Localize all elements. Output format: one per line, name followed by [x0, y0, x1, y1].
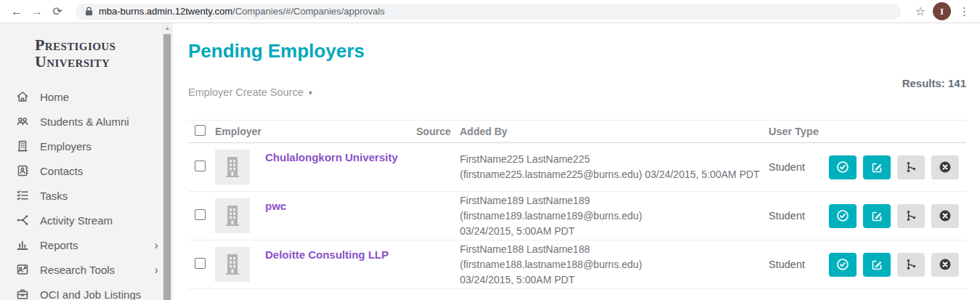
- merge-icon: [904, 160, 918, 174]
- sidebar-item-reports[interactable]: Reports ›: [0, 232, 173, 257]
- column-header-user-type[interactable]: User Type: [764, 126, 827, 137]
- added-by-line-2: (firstname225.lastname225@burns.edu) 03/…: [460, 167, 764, 182]
- table-header-row: Employer Source Added By User Type: [188, 120, 966, 143]
- edit-icon: [870, 257, 884, 272]
- browser-reload-icon[interactable]: ⟳: [48, 4, 67, 18]
- main-content: Pending Employers Employer Create Source…: [173, 23, 980, 300]
- browser-back-icon[interactable]: ←: [7, 5, 26, 18]
- scroll-up-arrow-icon[interactable]: ▲: [162, 25, 173, 31]
- browser-menu-icon[interactable]: ⋮: [959, 5, 970, 18]
- column-header-employer[interactable]: Employer: [213, 126, 410, 137]
- logo-line-2: University: [35, 54, 173, 70]
- sidebar-scrollbar[interactable]: ▲: [162, 23, 173, 300]
- sidebar: Prestigious University Home Students & A…: [0, 23, 173, 300]
- scrollbar-thumb[interactable]: [163, 34, 171, 300]
- added-by-line-2: 03/24/2015, 5:00AM PDT: [460, 224, 764, 239]
- edit-button[interactable]: [863, 155, 891, 179]
- caret-down-icon: ▾: [309, 89, 312, 97]
- sidebar-item-oci-job-listings[interactable]: OCI and Job Listings: [0, 282, 173, 300]
- building-icon: [15, 139, 30, 153]
- employer-name-link[interactable]: Chulalongkorn University: [265, 151, 398, 163]
- sidebar-item-students-alumni[interactable]: Students & Alumni: [0, 109, 173, 134]
- select-all-checkbox[interactable]: [195, 125, 206, 136]
- bar-chart-icon: [15, 238, 30, 252]
- table-row: Deloitte Consulting LLP FirstName188 Las…: [188, 240, 966, 289]
- row-checkbox[interactable]: [195, 161, 206, 171]
- row-actions: [827, 204, 966, 228]
- approve-button[interactable]: [829, 253, 857, 277]
- added-by-cell: FirstName188 LastName188 (firstname188.l…: [455, 242, 764, 288]
- browser-forward-icon[interactable]: →: [28, 5, 46, 18]
- added-by-line-2: 03/24/2015, 5:00AM PDT: [460, 272, 764, 288]
- row-checkbox[interactable]: [195, 258, 206, 269]
- sidebar-item-tasks[interactable]: Tasks: [0, 183, 173, 208]
- browser-chrome: ← → ⟳ mba-burns.admin.12twenty.com/Compa…: [0, 0, 980, 23]
- bookmark-star-icon[interactable]: ☆: [915, 4, 926, 18]
- employer-name-link[interactable]: Deloitte Consulting LLP: [265, 248, 389, 261]
- edit-icon: [870, 208, 884, 223]
- column-header-added-by[interactable]: Added By: [455, 124, 764, 139]
- row-actions: [827, 155, 966, 179]
- merge-button[interactable]: [897, 204, 925, 228]
- employer-create-source-filter[interactable]: Employer Create Source ▾: [188, 86, 312, 98]
- lock-icon: [85, 7, 93, 16]
- row-checkbox[interactable]: [195, 209, 206, 220]
- added-by-cell: FirstName189 LastName189 (firstname189.l…: [455, 193, 764, 239]
- filter-label: Employer Create Source: [188, 86, 304, 98]
- merge-button[interactable]: [897, 155, 925, 179]
- added-by-line-1: FirstName225 LastName225: [460, 152, 764, 167]
- x-circle-icon: [938, 160, 952, 174]
- university-logo: Prestigious University: [0, 23, 173, 70]
- address-bar[interactable]: mba-burns.admin.12twenty.com/Companies/#…: [76, 4, 901, 20]
- merge-button[interactable]: [897, 253, 925, 277]
- results-count: Results: 141: [902, 77, 966, 89]
- checklist-icon: [15, 188, 30, 203]
- sidebar-item-activity-stream[interactable]: Activity Stream: [0, 208, 173, 232]
- url-text: mba-burns.admin.12twenty.com/Companies/#…: [99, 6, 385, 17]
- row-actions: [827, 253, 966, 277]
- approve-button[interactable]: [829, 204, 857, 228]
- check-circle-icon: [835, 160, 850, 174]
- filter-row: Employer Create Source ▾ Results: 141: [188, 77, 966, 98]
- employer-logo-placeholder: [215, 198, 250, 233]
- briefcase-icon: [15, 287, 30, 300]
- employer-logo-placeholder: [215, 247, 250, 282]
- user-type-cell: Student: [764, 210, 827, 222]
- sidebar-item-home[interactable]: Home: [0, 84, 173, 109]
- column-header-source[interactable]: Source: [410, 126, 455, 137]
- sidebar-item-employers[interactable]: Employers: [0, 134, 173, 158]
- chevron-right-icon: ›: [154, 239, 158, 251]
- people-icon: [15, 114, 30, 129]
- added-by-line-1: FirstName188 LastName188 (firstname188.l…: [460, 242, 764, 272]
- approve-button[interactable]: [829, 155, 857, 179]
- screen: ← → ⟳ mba-burns.admin.12twenty.com/Compa…: [0, 0, 980, 300]
- research-tools-icon: [15, 262, 30, 277]
- url-path: /Companies/#/Companies/approvals: [232, 6, 385, 17]
- home-icon: [15, 89, 30, 104]
- user-type-cell: Student: [764, 259, 827, 270]
- employer-name-link[interactable]: pwc: [265, 200, 286, 212]
- sidebar-nav: Home Students & Alumni Employers Contact…: [0, 84, 173, 300]
- reject-button[interactable]: [931, 155, 959, 179]
- employer-logo-placeholder: [215, 150, 250, 185]
- url-domain: mba-burns.admin.12twenty.com: [99, 6, 232, 17]
- table-row: Chulalongkorn University FirstName225 La…: [188, 143, 966, 192]
- merge-icon: [904, 208, 918, 223]
- added-by-cell: FirstName225 LastName225 (firstname225.l…: [455, 152, 764, 182]
- edit-button[interactable]: [863, 253, 891, 277]
- sidebar-item-contacts[interactable]: Contacts: [0, 158, 173, 183]
- x-circle-icon: [938, 208, 952, 223]
- edit-button[interactable]: [863, 204, 891, 228]
- check-circle-icon: [835, 257, 850, 272]
- sidebar-item-research-tools[interactable]: Research Tools ›: [0, 257, 173, 282]
- table-row: pwc FirstName189 LastName189 (firstname1…: [188, 192, 966, 240]
- check-circle-icon: [835, 208, 850, 223]
- reject-button[interactable]: [931, 253, 959, 277]
- reject-button[interactable]: [931, 204, 959, 228]
- merge-icon: [904, 257, 918, 272]
- profile-avatar[interactable]: I: [933, 2, 951, 20]
- pending-employers-table: Employer Source Added By User Type Chula…: [188, 120, 966, 289]
- user-type-cell: Student: [764, 161, 827, 173]
- edit-icon: [870, 160, 884, 174]
- contact-card-icon: [15, 163, 30, 178]
